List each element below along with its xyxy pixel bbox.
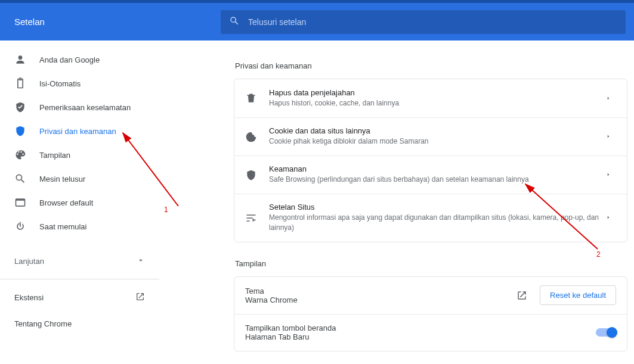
search-icon xyxy=(229,15,240,28)
sidebar-item-on-startup[interactable]: Saat memulai xyxy=(0,214,159,238)
sidebar-item-label: Tampilan xyxy=(39,151,70,160)
row-desc: Mengontrol informasi apa saja yang dapat… xyxy=(269,213,599,234)
row-show-home-button: Tampilkan tombol beranda Halaman Tab Bar… xyxy=(234,314,627,351)
settings-sidebar: Anda dan Google Isi-Otomatis Pemeriksaan… xyxy=(0,3,159,364)
row-clear-browsing-data[interactable]: Hapus data penjelajahan Hapus histori, c… xyxy=(234,79,627,117)
settings-header: Setelan xyxy=(0,3,634,41)
sidebar-item-advanced[interactable]: Lanjutan xyxy=(0,248,159,274)
sidebar-item-about[interactable]: Tentang Chrome xyxy=(0,310,159,337)
browser-icon xyxy=(14,197,26,209)
chevron-right-icon xyxy=(605,94,616,103)
row-title: Tampilkan tombol beranda xyxy=(245,323,596,332)
sidebar-item-label: Anda dan Google xyxy=(39,55,100,64)
reset-theme-button[interactable]: Reset ke default xyxy=(540,285,616,305)
sidebar-item-label: Privasi dan keamanan xyxy=(39,127,116,136)
sidebar-item-you-and-google[interactable]: Anda dan Google xyxy=(0,48,159,71)
row-site-settings[interactable]: Setelan Situs Mengontrol informasi apa s… xyxy=(234,194,627,242)
sidebar-item-safety-check[interactable]: Pemeriksaan keselamatan xyxy=(0,95,159,119)
settings-main: Privasi dan keamanan Hapus data penjelaj… xyxy=(159,3,634,364)
chevron-right-icon xyxy=(605,132,616,141)
sidebar-item-default-browser[interactable]: Browser default xyxy=(0,191,159,214)
home-button-toggle[interactable] xyxy=(596,328,616,337)
sidebar-item-label: Mesin telusur xyxy=(39,175,85,183)
shield-check-icon xyxy=(14,101,26,113)
section-title-appearance: Tampilan xyxy=(235,259,627,268)
clipboard-icon xyxy=(14,77,26,89)
trash-icon xyxy=(245,92,257,104)
person-icon xyxy=(14,54,26,66)
row-desc: Hapus histori, cookie, cache, dan lainny… xyxy=(269,98,599,108)
row-cookies-site-data[interactable]: Cookie dan data situs lainnya Cookie pih… xyxy=(234,117,627,155)
appearance-card: Tema Warna Chrome Reset ke default Tampi… xyxy=(234,276,627,351)
row-body: Setelan Situs Mengontrol informasi apa s… xyxy=(269,203,599,234)
sidebar-item-autofill[interactable]: Isi-Otomatis xyxy=(0,71,159,95)
cookie-icon xyxy=(245,131,257,143)
sidebar-item-extensions[interactable]: Ekstensi xyxy=(0,284,159,310)
sidebar-item-appearance[interactable]: Tampilan xyxy=(0,143,159,167)
row-title: Setelan Situs xyxy=(269,203,599,211)
sidebar-item-privacy-security[interactable]: Privasi dan keamanan xyxy=(0,119,159,143)
row-title: Cookie dan data situs lainnya xyxy=(269,126,599,135)
chevron-right-icon xyxy=(605,213,616,222)
sidebar-item-label: Lanjutan xyxy=(14,257,44,266)
row-body: Tema Warna Chrome xyxy=(245,287,514,304)
row-security[interactable]: Keamanan Safe Browsing (perlindungan dar… xyxy=(234,155,627,194)
row-theme[interactable]: Tema Warna Chrome Reset ke default xyxy=(234,277,627,314)
open-in-new-icon[interactable] xyxy=(514,287,530,304)
shield-icon xyxy=(14,125,26,137)
open-in-new-icon xyxy=(135,292,145,303)
privacy-card: Hapus data penjelajahan Hapus histori, c… xyxy=(234,79,627,242)
row-body: Hapus data penjelajahan Hapus histori, c… xyxy=(269,88,599,108)
sidebar-item-label: Browser default xyxy=(39,198,93,207)
row-desc: Cookie pihak ketiga diblokir dalam mode … xyxy=(269,136,599,147)
row-title: Tema xyxy=(245,287,514,295)
sidebar-divider xyxy=(0,279,159,279)
sliders-icon xyxy=(245,212,257,224)
row-body: Keamanan Safe Browsing (perlindungan dar… xyxy=(269,164,599,185)
search-icon xyxy=(14,173,26,185)
sidebar-item-label: Ekstensi xyxy=(14,293,44,302)
sidebar-item-search-engine[interactable]: Mesin telusur xyxy=(0,167,159,191)
power-icon xyxy=(14,220,26,232)
search-settings[interactable] xyxy=(221,10,626,34)
palette-icon xyxy=(14,149,26,161)
sidebar-item-label: Tentang Chrome xyxy=(14,319,72,328)
sidebar-item-label: Pemeriksaan keselamatan xyxy=(39,103,131,112)
sidebar-item-label: Saat memulai xyxy=(39,222,86,231)
page-title: Setelan xyxy=(0,17,221,27)
row-title: Hapus data penjelajahan xyxy=(269,88,599,97)
chevron-down-icon xyxy=(137,256,145,266)
row-desc: Warna Chrome xyxy=(245,295,514,304)
row-title: Keamanan xyxy=(269,164,599,173)
section-title-privacy: Privasi dan keamanan xyxy=(235,61,627,70)
sidebar-item-label: Isi-Otomatis xyxy=(39,79,81,88)
row-body: Tampilkan tombol beranda Halaman Tab Bar… xyxy=(245,323,596,341)
shield-icon xyxy=(245,169,257,181)
row-body: Cookie dan data situs lainnya Cookie pih… xyxy=(269,126,599,147)
search-input[interactable] xyxy=(248,17,617,27)
chevron-right-icon xyxy=(605,170,616,179)
row-desc: Halaman Tab Baru xyxy=(245,332,596,341)
privacy-section: Privasi dan keamanan Hapus data penjelaj… xyxy=(234,61,627,351)
row-desc: Safe Browsing (perlindungan dari situs b… xyxy=(269,175,599,185)
